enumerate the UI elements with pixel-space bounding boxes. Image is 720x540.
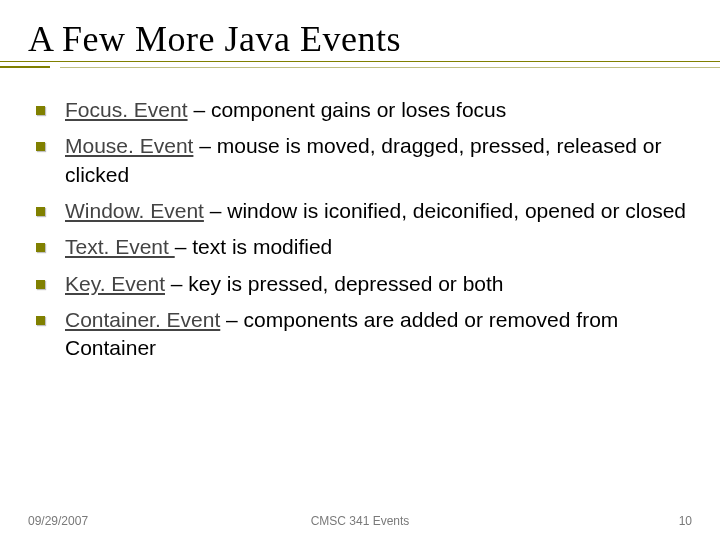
list-item: Key. Event – key is pressed, depressed o…	[36, 270, 692, 298]
bullet-icon	[36, 142, 45, 151]
title-rule-accent	[0, 66, 50, 68]
list-item: Window. Event – window is iconified, dei…	[36, 197, 692, 225]
list-item: Text. Event – text is modified	[36, 233, 692, 261]
item-desc: – window is iconified, deiconified, open…	[204, 199, 686, 222]
item-term: Text. Event	[65, 235, 175, 258]
bullet-list: Focus. Event – component gains or loses …	[36, 96, 692, 363]
item-text: Window. Event – window is iconified, dei…	[65, 197, 692, 225]
item-term: Key. Event	[65, 272, 165, 295]
item-text: Mouse. Event – mouse is moved, dragged, …	[65, 132, 692, 189]
item-term: Focus. Event	[65, 98, 188, 121]
title-area: A Few More Java Events	[28, 18, 692, 68]
title-rule-bottom	[60, 67, 720, 68]
item-term: Window. Event	[65, 199, 204, 222]
item-term: Mouse. Event	[65, 134, 193, 157]
item-text: Text. Event – text is modified	[65, 233, 692, 261]
bullet-icon	[36, 106, 45, 115]
item-text: Container. Event – components are added …	[65, 306, 692, 363]
bullet-icon	[36, 243, 45, 252]
footer-center: CMSC 341 Events	[28, 514, 692, 528]
title-rule-top	[0, 61, 720, 62]
slide: A Few More Java Events Focus. Event – co…	[0, 0, 720, 540]
item-text: Key. Event – key is pressed, depressed o…	[65, 270, 692, 298]
bullet-icon	[36, 280, 45, 289]
content-area: Focus. Event – component gains or loses …	[28, 96, 692, 363]
list-item: Focus. Event – component gains or loses …	[36, 96, 692, 124]
list-item: Mouse. Event – mouse is moved, dragged, …	[36, 132, 692, 189]
list-item: Container. Event – components are added …	[36, 306, 692, 363]
bullet-icon	[36, 207, 45, 216]
item-desc: – component gains or loses focus	[188, 98, 507, 121]
footer: 09/29/2007 CMSC 341 Events 10	[28, 514, 692, 528]
slide-title: A Few More Java Events	[28, 18, 692, 60]
bullet-icon	[36, 316, 45, 325]
item-text: Focus. Event – component gains or loses …	[65, 96, 692, 124]
item-desc: – key is pressed, depressed or both	[165, 272, 504, 295]
item-desc: – text is modified	[175, 235, 333, 258]
item-term: Container. Event	[65, 308, 220, 331]
